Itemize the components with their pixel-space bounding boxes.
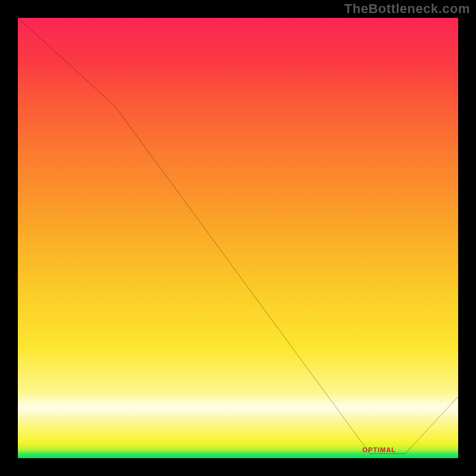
line-series [18, 18, 458, 458]
optimal-marker-label: OPTIMAL [362, 446, 396, 453]
plot-area: OPTIMAL [18, 18, 458, 458]
chart-container: TheBottleneck.com OPTIMAL [0, 0, 476, 476]
bottleneck-curve-path [18, 18, 458, 454]
watermark-text: TheBottleneck.com [345, 1, 470, 17]
